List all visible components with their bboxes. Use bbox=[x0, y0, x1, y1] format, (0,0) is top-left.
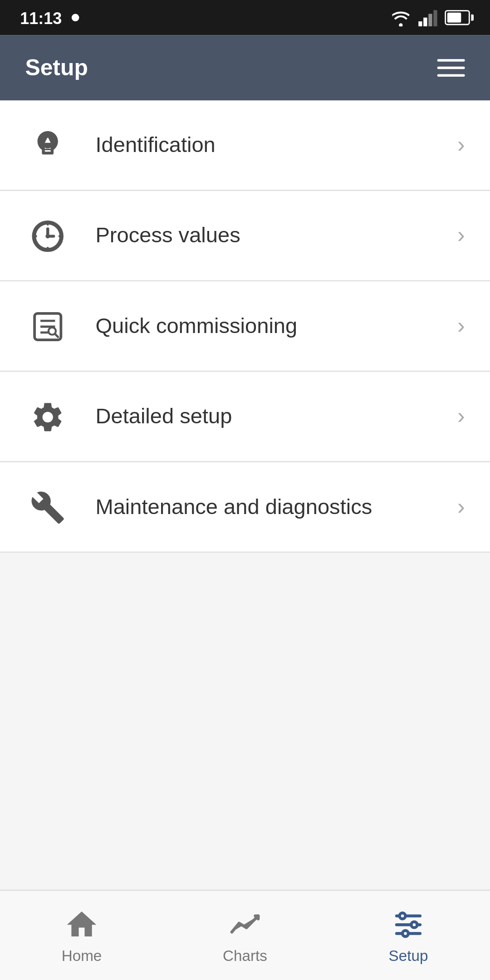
app-header: Setup bbox=[0, 35, 490, 101]
svg-point-21 bbox=[411, 921, 417, 927]
menu-item-maintenance[interactable]: Maintenance and diagnostics › bbox=[0, 462, 490, 553]
charts-icon bbox=[227, 906, 263, 942]
chevron-right-icon: › bbox=[457, 132, 465, 158]
gear-icon bbox=[25, 394, 70, 439]
menu-item-detailed-setup[interactable]: Detailed setup › bbox=[0, 372, 490, 462]
identification-label: Identification bbox=[95, 132, 457, 157]
setup-nav-label: Setup bbox=[389, 947, 428, 965]
wrench-icon bbox=[25, 485, 70, 530]
status-bar: 11:13 bbox=[0, 0, 490, 35]
header-title: Setup bbox=[25, 54, 88, 81]
chevron-right-icon: › bbox=[457, 222, 465, 249]
svg-rect-2 bbox=[428, 13, 432, 26]
list-icon bbox=[25, 304, 70, 349]
menu-item-quick-commissioning[interactable]: Quick commissioning › bbox=[0, 281, 490, 372]
quick-commissioning-label: Quick commissioning bbox=[95, 314, 457, 338]
process-values-label: Process values bbox=[95, 223, 457, 248]
home-nav-label: Home bbox=[62, 947, 102, 965]
svg-rect-1 bbox=[423, 17, 427, 25]
nav-item-setup[interactable]: Setup bbox=[327, 891, 490, 980]
chevron-right-icon: › bbox=[457, 494, 465, 520]
chevron-right-icon: › bbox=[457, 313, 465, 339]
home-icon bbox=[64, 906, 99, 942]
chevron-right-icon: › bbox=[457, 403, 465, 430]
clock-icon bbox=[25, 213, 70, 258]
hamburger-menu-button[interactable] bbox=[437, 59, 465, 77]
signal-icon bbox=[418, 10, 438, 26]
menu-item-identification[interactable]: Identification › bbox=[0, 101, 490, 191]
bottom-nav: Home Charts Setup bbox=[0, 890, 490, 980]
status-dot bbox=[72, 14, 80, 21]
setup-nav-icon bbox=[391, 906, 426, 942]
status-icons bbox=[389, 10, 470, 26]
maintenance-label: Maintenance and diagnostics bbox=[95, 495, 457, 519]
lightbulb-icon bbox=[25, 122, 70, 168]
menu-item-process-values[interactable]: Process values › bbox=[0, 191, 490, 281]
detailed-setup-label: Detailed setup bbox=[95, 404, 457, 429]
charts-nav-label: Charts bbox=[223, 947, 267, 965]
nav-item-home[interactable]: Home bbox=[0, 891, 163, 980]
status-time: 11:13 bbox=[20, 8, 62, 27]
svg-point-20 bbox=[400, 912, 406, 918]
wifi-icon bbox=[389, 10, 412, 26]
menu-list: Identification › Process values › bbox=[0, 101, 490, 890]
svg-line-16 bbox=[55, 333, 58, 336]
svg-rect-3 bbox=[433, 10, 437, 26]
svg-rect-0 bbox=[418, 21, 422, 26]
nav-item-charts[interactable]: Charts bbox=[163, 891, 327, 980]
svg-point-22 bbox=[402, 930, 408, 936]
battery-icon bbox=[445, 10, 470, 25]
